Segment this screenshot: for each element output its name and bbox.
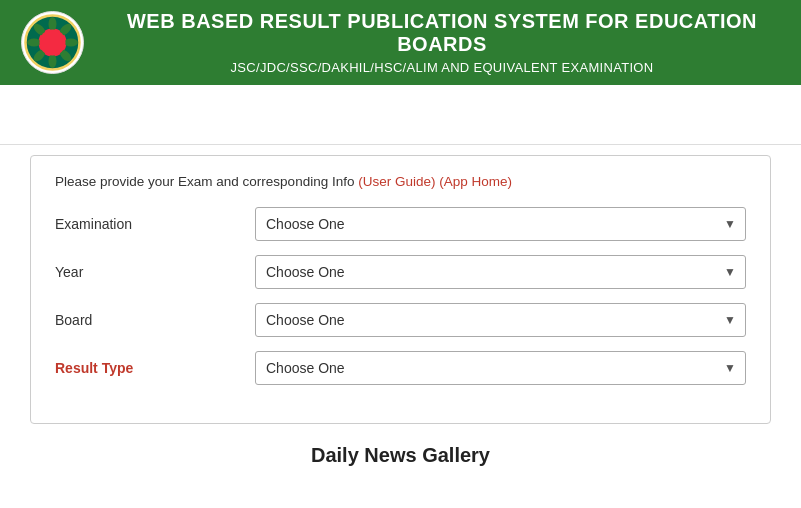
form-info-static: Please provide your Exam and correspondi…: [55, 174, 358, 189]
form-info-text: Please provide your Exam and correspondi…: [55, 174, 746, 189]
svg-point-8: [49, 54, 57, 68]
svg-point-4: [49, 17, 57, 31]
news-gallery-title: Daily News Gallery: [30, 444, 771, 467]
year-select[interactable]: Choose One: [255, 255, 746, 289]
user-guide-link[interactable]: (User Guide): [358, 174, 435, 189]
app-home-link[interactable]: (App Home): [439, 174, 512, 189]
svg-point-6: [64, 39, 78, 47]
form-card: Please provide your Exam and correspondi…: [30, 155, 771, 424]
header-subtitle: JSC/JDC/SSC/DAKHIL/HSC/ALIM AND EQUIVALE…: [103, 60, 781, 75]
board-row: Board Choose One ▼: [55, 303, 746, 337]
sub-navigation-bar: [0, 85, 801, 145]
board-select-wrapper: Choose One ▼: [255, 303, 746, 337]
year-label: Year: [55, 264, 255, 280]
header-text-block: WEB BASED RESULT PUBLICATION SYSTEM FOR …: [103, 10, 781, 75]
year-row: Year Choose One ▼: [55, 255, 746, 289]
svg-point-12: [40, 30, 66, 56]
board-label: Board: [55, 312, 255, 328]
page-header: WEB BASED RESULT PUBLICATION SYSTEM FOR …: [0, 0, 801, 85]
examination-select[interactable]: Choose One: [255, 207, 746, 241]
header-logo: [20, 10, 85, 75]
examination-label: Examination: [55, 216, 255, 232]
svg-point-10: [27, 39, 41, 47]
board-select[interactable]: Choose One: [255, 303, 746, 337]
result-type-select-wrapper: Choose One ▼: [255, 351, 746, 385]
examination-select-wrapper: Choose One ▼: [255, 207, 746, 241]
examination-row: Examination Choose One ▼: [55, 207, 746, 241]
result-type-label: Result Type: [55, 360, 255, 376]
result-type-select[interactable]: Choose One: [255, 351, 746, 385]
year-select-wrapper: Choose One ▼: [255, 255, 746, 289]
header-title: WEB BASED RESULT PUBLICATION SYSTEM FOR …: [103, 10, 781, 56]
result-type-row: Result Type Choose One ▼: [55, 351, 746, 385]
main-content: Please provide your Exam and correspondi…: [0, 145, 801, 487]
